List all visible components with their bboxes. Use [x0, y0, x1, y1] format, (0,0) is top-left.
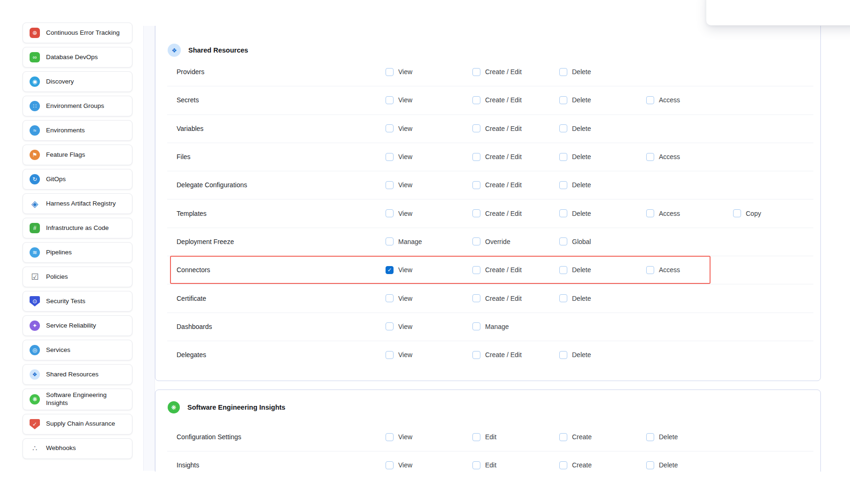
- checkbox-override[interactable]: [472, 237, 480, 245]
- checkbox-delete[interactable]: [559, 294, 567, 302]
- checkbox-view[interactable]: [386, 461, 394, 469]
- checkbox-label: Edit: [485, 461, 496, 469]
- sidebar-item-database-devops[interactable]: ∞ Database DevOps: [23, 47, 132, 68]
- checkbox-view[interactable]: [386, 294, 394, 302]
- scroll-gutter[interactable]: [143, 26, 155, 471]
- resource-label: Certificate: [155, 295, 386, 302]
- checkbox-edit[interactable]: [472, 461, 480, 469]
- sidebar-item-supply-chain-assurance[interactable]: ✓ Supply Chain Assurance: [23, 414, 132, 435]
- sidebar-item-services[interactable]: ◎ Services: [23, 340, 132, 360]
- sidebar-item-continuous-error-tracking[interactable]: ⊕ Continuous Error Tracking: [23, 23, 132, 43]
- shared-resources-icon: ❖: [30, 369, 40, 380]
- sidebar-item-gitops[interactable]: ↻ GitOps: [23, 169, 132, 190]
- sidebar-item-discovery[interactable]: ◉ Discovery: [23, 71, 132, 92]
- checkbox-create-edit[interactable]: [472, 96, 480, 104]
- checkbox-create-edit[interactable]: [472, 351, 480, 359]
- checkbox-create-edit[interactable]: [472, 181, 480, 189]
- sidebar-item-infrastructure-as-code[interactable]: # Infrastructure as Code: [23, 218, 132, 238]
- permission-cell: Create / Edit: [472, 153, 559, 161]
- checkbox-create-edit[interactable]: [472, 68, 480, 76]
- checkbox-delete[interactable]: [559, 96, 567, 104]
- sidebar-item-pipelines[interactable]: ≋ Pipelines: [23, 242, 132, 263]
- checkbox-label: Access: [659, 210, 680, 217]
- checkbox-create-edit[interactable]: [472, 153, 480, 161]
- checkbox-access[interactable]: [646, 96, 654, 104]
- checkbox-label: View: [398, 181, 412, 189]
- permission-cell: Delete: [559, 153, 646, 161]
- sidebar-item-policies[interactable]: ☑ Policies: [23, 267, 132, 287]
- resource-label: Providers: [155, 68, 386, 76]
- sidebar-item-security-tests[interactable]: ⊙ Security Tests: [23, 291, 132, 312]
- permissions-page: ❖ Shared Resources Providers View Create…: [0, 0, 850, 504]
- checkbox-delete[interactable]: [559, 266, 567, 274]
- checkbox-view[interactable]: [386, 433, 394, 441]
- checkbox-delete[interactable]: [559, 209, 567, 217]
- checkbox-manage[interactable]: [472, 322, 480, 330]
- sidebar-item-software-engineering-insights[interactable]: ❋ Software Engineering Insights: [23, 389, 132, 410]
- checkbox-label: Delete: [572, 295, 591, 302]
- checkbox-view[interactable]: ✓: [386, 266, 394, 274]
- permission-cell: View: [386, 294, 472, 302]
- webhooks-icon: ∴: [30, 443, 40, 454]
- pipelines-icon: ≋: [30, 247, 40, 258]
- checkbox-create-edit[interactable]: [472, 209, 480, 217]
- sidebar-item-label: Services: [46, 346, 70, 354]
- checkbox-manage[interactable]: [386, 237, 394, 245]
- checkbox-access[interactable]: [646, 153, 654, 161]
- checkbox-view[interactable]: [386, 181, 394, 189]
- sidebar-item-environments[interactable]: ≈ Environments: [23, 120, 132, 141]
- checkbox-edit[interactable]: [472, 433, 480, 441]
- checkbox-label: Create / Edit: [485, 181, 522, 189]
- checkbox-view[interactable]: [386, 153, 394, 161]
- permission-row-insights: Insights View Edit Create Delete: [155, 451, 820, 472]
- checkbox-delete[interactable]: [646, 433, 654, 441]
- checkbox-global[interactable]: [559, 237, 567, 245]
- checkbox-delete[interactable]: [559, 351, 567, 359]
- checkbox-access[interactable]: [646, 266, 654, 274]
- checkbox-view[interactable]: [386, 124, 394, 132]
- resource-label: Dashboards: [155, 323, 386, 330]
- checkbox-create[interactable]: [559, 433, 567, 441]
- checkbox-delete[interactable]: [559, 181, 567, 189]
- checkbox-create-edit[interactable]: [472, 124, 480, 132]
- checkbox-delete[interactable]: [559, 124, 567, 132]
- sei-rows: Configuration Settings View Edit Create …: [155, 423, 820, 472]
- checkbox-create[interactable]: [559, 461, 567, 469]
- sidebar-item-harness-artifact-registry[interactable]: ◈ Harness Artifact Registry: [23, 193, 132, 214]
- section-title: Shared Resources: [188, 46, 248, 54]
- permission-cell: View: [386, 351, 472, 359]
- permission-cell: Delete: [559, 294, 646, 302]
- sidebar-item-shared-resources[interactable]: ❖ Shared Resources: [23, 364, 132, 385]
- checkbox-view[interactable]: [386, 322, 394, 330]
- discovery-icon: ◉: [30, 76, 40, 87]
- checkbox-label: Access: [659, 266, 680, 274]
- checkbox-view[interactable]: [386, 68, 394, 76]
- permission-cell: View: [386, 68, 472, 76]
- checkbox-create-edit[interactable]: [472, 266, 480, 274]
- permission-cell: View: [386, 322, 472, 330]
- checkbox-access[interactable]: [646, 209, 654, 217]
- checkbox-create-edit[interactable]: [472, 294, 480, 302]
- permission-cell: Create: [559, 433, 646, 441]
- sidebar-item-environment-groups[interactable]: ∷ Environment Groups: [23, 96, 132, 116]
- checkbox-label: Create / Edit: [485, 266, 522, 274]
- checkbox-label: Create: [572, 433, 592, 441]
- checkbox-view[interactable]: [386, 209, 394, 217]
- checkbox-view[interactable]: [386, 351, 394, 359]
- checkbox-delete[interactable]: [646, 461, 654, 469]
- checkbox-delete[interactable]: [559, 153, 567, 161]
- checkbox-view[interactable]: [386, 96, 394, 104]
- sidebar-item-feature-flags[interactable]: ⚑ Feature Flags: [23, 145, 132, 165]
- sidebar-item-service-reliability[interactable]: ✦ Service Reliability: [23, 315, 132, 336]
- checkbox-label: View: [398, 96, 412, 104]
- permission-row-providers: Providers View Create / Edit Delete: [155, 58, 820, 86]
- sei-header: ❋ Software Engineering Insights: [168, 401, 286, 413]
- checkbox-copy[interactable]: [733, 209, 741, 217]
- sidebar-item-webhooks[interactable]: ∴ Webhooks: [23, 438, 132, 459]
- sidebar-item-label: Harness Artifact Registry: [46, 200, 116, 208]
- shared-resources-rows: Providers View Create / Edit Delete Secr…: [155, 58, 820, 369]
- checkbox-label: Delete: [572, 125, 591, 132]
- checkbox-label: Delete: [572, 210, 591, 217]
- resource-label: Delegates: [155, 351, 386, 359]
- checkbox-delete[interactable]: [559, 68, 567, 76]
